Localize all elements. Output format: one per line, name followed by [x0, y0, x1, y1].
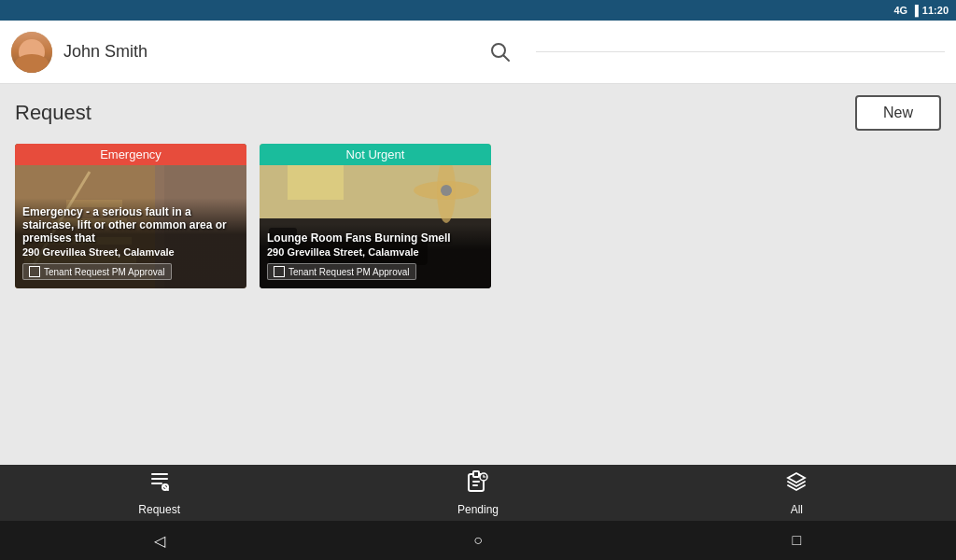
main-content: Request New: [0, 84, 956, 465]
all-icon: [784, 469, 808, 499]
nav-label-request: Request: [138, 503, 180, 516]
nav-label-pending: Pending: [457, 503, 499, 516]
page-header: Request New: [15, 95, 941, 131]
svg-line-1: [504, 55, 510, 61]
card-title-not-urgent: Lounge Room Fans Burning Smell: [267, 231, 484, 245]
card-tag-not-urgent: Tenant Request PM Approval: [267, 263, 416, 280]
svg-rect-20: [151, 483, 162, 484]
card-title-emergency: Emergency - a serious fault in a stairca…: [22, 205, 239, 245]
card-badge-emergency: Emergency: [15, 144, 246, 165]
user-name: John Smith: [63, 42, 472, 62]
recent-button[interactable]: □: [780, 524, 813, 557]
card-tag-checkbox: [29, 266, 40, 277]
signal-indicator: 4G: [893, 5, 907, 16]
card-not-urgent[interactable]: Not Urgent Lounge Room Fans Burning Smel…: [260, 144, 491, 288]
time-display: 11:20: [922, 5, 949, 16]
nav-label-all: All: [791, 503, 803, 516]
nav-item-request[interactable]: Request: [0, 469, 318, 516]
card-tag-emergency: Tenant Request PM Approval: [22, 263, 172, 280]
status-bar: 4G ▐ 11:20: [0, 0, 956, 21]
svg-rect-23: [473, 471, 479, 477]
nav-item-all[interactable]: All: [638, 469, 956, 516]
nav-item-pending[interactable]: Pending: [318, 469, 637, 516]
svg-rect-18: [151, 473, 168, 475]
request-icon: [148, 469, 172, 499]
back-icon: ◁: [154, 532, 165, 550]
system-nav: ◁ ○ □: [0, 521, 956, 560]
battery-icon: ▐: [911, 5, 919, 16]
recent-icon: □: [792, 532, 801, 549]
new-button[interactable]: New: [855, 95, 941, 131]
search-button[interactable]: [484, 35, 517, 69]
card-tag-checkbox-2: [274, 266, 285, 277]
search-divider: [536, 51, 945, 52]
card-emergency[interactable]: Emergency Emergency - a serious fault in…: [15, 144, 246, 288]
svg-rect-25: [472, 484, 478, 486]
home-button[interactable]: ○: [461, 524, 495, 557]
card-badge-not-urgent: Not Urgent: [260, 144, 491, 165]
svg-point-14: [441, 185, 452, 196]
search-icon: [490, 42, 511, 63]
home-icon: ○: [473, 532, 483, 549]
card-content-emergency: Emergency - a serious fault in a stairca…: [15, 198, 246, 288]
svg-rect-24: [472, 481, 480, 483]
app-header: John Smith: [0, 21, 956, 84]
avatar[interactable]: [11, 32, 52, 73]
card-tag-text: Tenant Request PM Approval: [44, 267, 165, 277]
card-tag-text-2: Tenant Request PM Approval: [288, 267, 410, 277]
page-title: Request: [15, 101, 91, 125]
svg-rect-19: [151, 478, 168, 480]
bottom-nav: Request Pending All: [0, 465, 956, 521]
card-address-not-urgent: 290 Grevillea Street, Calamvale: [267, 246, 484, 258]
back-button[interactable]: ◁: [143, 524, 176, 557]
cards-container: Emergency Emergency - a serious fault in…: [15, 144, 941, 288]
card-content-not-urgent: Lounge Room Fans Burning Smell 290 Grevi…: [260, 224, 491, 288]
card-address-emergency: 290 Grevillea Street, Calamvale: [22, 246, 239, 258]
pending-icon: [466, 469, 490, 499]
